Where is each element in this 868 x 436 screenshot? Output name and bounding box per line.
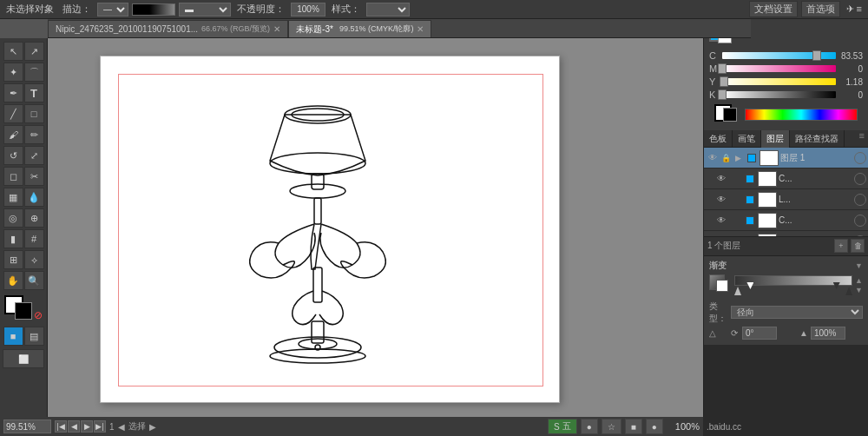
black-swatch[interactable] bbox=[723, 108, 737, 122]
selection-tool-button[interactable]: ↖ bbox=[3, 42, 23, 61]
last-page-button[interactable]: ▶| bbox=[94, 420, 106, 433]
style-select[interactable] bbox=[366, 3, 410, 17]
stop-indicator-1[interactable] bbox=[845, 287, 852, 295]
layers-panel-menu[interactable]: ≡ bbox=[856, 130, 868, 147]
symbol-tool-button[interactable]: ⊕ bbox=[24, 208, 44, 228]
layer-count: 1 个图层 bbox=[707, 240, 740, 252]
layer-2-visibility[interactable] bbox=[854, 194, 866, 206]
first-page-button[interactable]: |◀ bbox=[55, 420, 67, 433]
color-mode-button[interactable]: ■ bbox=[3, 327, 23, 346]
stop-indicator-0[interactable] bbox=[734, 287, 741, 295]
perspective-tool-button[interactable]: ⟡ bbox=[24, 250, 44, 269]
top-toolbar: 未选择对象 描边： — ▬ 不透明度： 样式： 文档设置 首选项 ✈ ≡ bbox=[0, 0, 868, 19]
taskbar-item-4[interactable]: ● bbox=[646, 419, 663, 434]
add-layer-button[interactable]: + bbox=[834, 239, 848, 253]
magic-wand-button[interactable]: ✦ bbox=[3, 63, 23, 82]
gradient-type-select[interactable]: 径向 bbox=[731, 306, 863, 319]
black-handle[interactable] bbox=[718, 89, 727, 100]
gradient-swatch-stroke[interactable] bbox=[716, 280, 728, 292]
brushes-tab[interactable]: 画笔 bbox=[733, 130, 761, 148]
rect-tool-button[interactable]: □ bbox=[24, 104, 44, 123]
pencil-tool-button[interactable]: ✏ bbox=[24, 125, 44, 144]
layer-0-eye[interactable]: 👁 bbox=[706, 151, 720, 165]
stroke-swatch[interactable] bbox=[15, 302, 32, 320]
yellow-handle[interactable] bbox=[720, 76, 728, 87]
doc-settings-button[interactable]: 文档设置 bbox=[749, 1, 798, 17]
scale-tool-button[interactable]: ⤢ bbox=[24, 146, 44, 165]
gradient-opacity-value[interactable]: 100% bbox=[811, 327, 845, 340]
nav-arrow-right: ▶ bbox=[149, 422, 156, 432]
magic-lasso-tools: ✦ ⌒ bbox=[3, 63, 44, 82]
gradient-down-arrow[interactable]: ▼ bbox=[855, 286, 863, 294]
gradient-expand-icon[interactable]: ▼ bbox=[855, 261, 863, 270]
layer-0-expand[interactable]: ▶ bbox=[735, 154, 744, 162]
black-value: 0 bbox=[838, 90, 863, 100]
layer-0-thumb bbox=[760, 150, 779, 166]
line-tool-button[interactable]: ╱ bbox=[3, 104, 23, 123]
layer-row-0[interactable]: 👁 🔒 ▶ 图层 1 bbox=[704, 148, 868, 168]
gradient-bar[interactable] bbox=[734, 275, 852, 286]
pathfinder-tab[interactable]: 路径查找器 bbox=[790, 130, 845, 148]
taskbar-item-1[interactable]: ● bbox=[581, 419, 598, 434]
layer-1-visibility[interactable] bbox=[854, 173, 866, 185]
blend-tool-button[interactable]: ◎ bbox=[3, 208, 23, 228]
spectrum-bar[interactable] bbox=[745, 109, 858, 121]
gradient-mode-button[interactable]: ▤ bbox=[24, 327, 44, 346]
prev-page-button[interactable]: ◀ bbox=[68, 420, 80, 433]
eyedropper-tool-button[interactable]: 💧 bbox=[24, 188, 44, 207]
layer-2-thumb bbox=[758, 192, 777, 208]
layer-row-1[interactable]: 👁 C... bbox=[704, 168, 868, 189]
brush-tool-button[interactable]: 🖌 bbox=[3, 125, 23, 144]
magenta-slider[interactable] bbox=[722, 65, 836, 72]
zoom-tool-button[interactable]: 🔍 bbox=[24, 271, 44, 290]
cyan-slider[interactable] bbox=[722, 52, 836, 59]
gradient-angle-value[interactable]: 0° bbox=[742, 327, 777, 340]
svg-rect-6 bbox=[313, 268, 322, 302]
hand-tool-button[interactable]: ✋ bbox=[3, 271, 23, 290]
pen-tool-button[interactable]: ✒ bbox=[3, 83, 23, 102]
next-page-button[interactable]: ▶ bbox=[81, 420, 93, 433]
chart-tool-button[interactable]: ▮ bbox=[3, 229, 23, 248]
swatches-tab[interactable]: 色板 bbox=[704, 130, 733, 148]
tab-0-subtitle: 66.67% (RGB/预览) bbox=[201, 23, 270, 35]
gradient-tool-button[interactable]: ▦ bbox=[3, 188, 23, 207]
black-slider[interactable] bbox=[722, 91, 836, 98]
zoom-input[interactable] bbox=[3, 419, 51, 433]
eraser-tool-button[interactable]: ◻ bbox=[3, 167, 23, 186]
taskbar-item-2[interactable]: ☆ bbox=[602, 419, 621, 434]
stroke-color-select[interactable]: — bbox=[97, 3, 128, 17]
delete-layer-button[interactable]: 🗑 bbox=[851, 239, 865, 253]
layer-1-eye[interactable]: 👁 bbox=[714, 172, 728, 186]
direct-selection-button[interactable]: ↗ bbox=[24, 42, 44, 61]
layer-3-visibility[interactable] bbox=[854, 215, 866, 227]
tab-1-close[interactable]: ✕ bbox=[417, 24, 424, 34]
screen-mode-button[interactable]: ⬜ bbox=[3, 349, 44, 368]
type-tool-button[interactable]: T bbox=[24, 83, 44, 102]
stroke-preview bbox=[132, 3, 175, 16]
magenta-handle[interactable] bbox=[718, 63, 727, 74]
cyan-handle[interactable] bbox=[812, 50, 821, 61]
layer-3-eye[interactable]: 👁 bbox=[714, 214, 728, 228]
opacity-input[interactable] bbox=[291, 3, 326, 17]
scissors-tool-button[interactable]: ✂ bbox=[24, 167, 44, 186]
mesh-tool-button[interactable]: # bbox=[24, 229, 44, 248]
lasso-button[interactable]: ⌒ bbox=[24, 63, 44, 82]
slice-tool-button[interactable]: ⊞ bbox=[3, 250, 23, 269]
taskbar-item-0[interactable]: S 五 bbox=[548, 419, 577, 434]
yellow-slider[interactable] bbox=[722, 78, 836, 85]
layers-tab[interactable]: 图层 bbox=[761, 130, 790, 148]
gradient-up-arrow[interactable]: ▲ bbox=[855, 276, 863, 285]
layer-2-name: L... bbox=[779, 195, 852, 204]
opacity-label: 不透明度： bbox=[234, 3, 287, 16]
tab-0[interactable]: Nipic_2476235_201001190751001... 66.67% … bbox=[48, 20, 288, 37]
layer-row-2[interactable]: 👁 L... bbox=[704, 189, 868, 210]
stroke-weight-select[interactable]: ▬ bbox=[179, 3, 231, 17]
layer-0-visibility[interactable] bbox=[854, 152, 866, 164]
preferences-button[interactable]: 首选项 bbox=[801, 1, 840, 17]
rotate-tool-button[interactable]: ↺ bbox=[3, 146, 23, 165]
taskbar-item-3[interactable]: ■ bbox=[625, 419, 642, 434]
layer-row-3[interactable]: 👁 C... bbox=[704, 210, 868, 231]
tab-0-close[interactable]: ✕ bbox=[273, 24, 280, 34]
layer-2-eye[interactable]: 👁 bbox=[714, 193, 728, 207]
tab-1[interactable]: 未标题-3* 99.51% (CMYK/轮廓) ✕ bbox=[288, 20, 431, 37]
